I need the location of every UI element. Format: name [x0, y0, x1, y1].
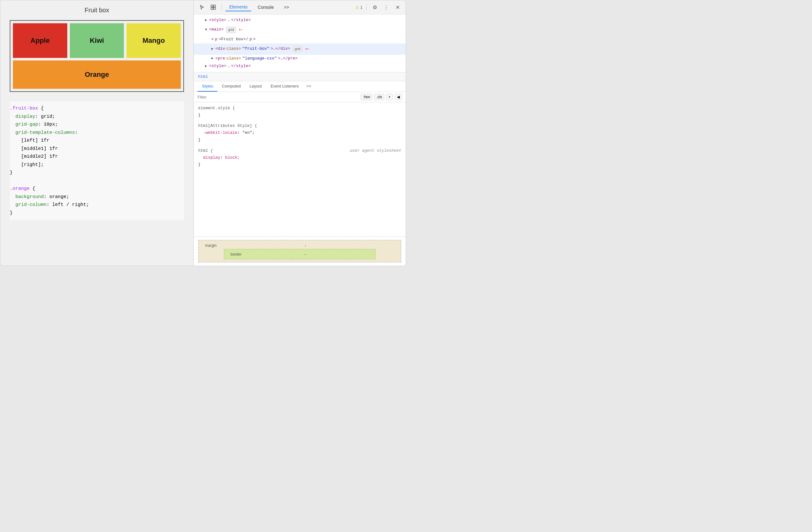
devtools-toolbar: Elements Console >> ⚠ 1 ⚙ ⋮ ✕: [194, 0, 406, 14]
css-selector-line3: html { user agent stylesheet: [198, 147, 401, 154]
code-line: grid-template-columns:: [10, 129, 184, 137]
tab-more-styles[interactable]: >>: [303, 81, 314, 92]
toolbar-divider: [221, 4, 222, 11]
dom-row-fruit-box[interactable]: ▶ <div class= "fruit-box" >…</div> grid …: [194, 43, 406, 55]
code-line: [middle1] 1fr: [10, 145, 184, 153]
html-breadcrumb[interactable]: html: [194, 72, 406, 81]
inspect-icon-btn[interactable]: [209, 3, 218, 12]
tab-styles[interactable]: Styles: [198, 81, 217, 92]
css-selector-line: element.style {: [198, 105, 401, 112]
css-code-area: .fruit-box { display: grid; grid-gap: 10…: [10, 101, 184, 220]
left-panel: Fruit box Apple Kiwi Mango Orange .fruit…: [0, 0, 194, 266]
css-close-brace: }: [198, 112, 401, 119]
dom-arrow-pre[interactable]: ▶: [211, 56, 214, 61]
styles-tabs: Styles Computed Layout Event Listeners >…: [194, 81, 406, 92]
css-rules: element.style { } html[Attributes Style]…: [194, 102, 406, 236]
code-line: background: orange;: [10, 193, 184, 201]
dom-arrow-main[interactable]: ▼: [205, 27, 207, 33]
bm-row-border: border -: [231, 252, 369, 256]
page-title: Fruit box: [10, 6, 184, 14]
css-rule-element-style: element.style { }: [198, 105, 401, 119]
css-selector-line2: html[Attributes Style] {: [198, 123, 401, 129]
toolbar-divider2: [366, 4, 367, 11]
code-line: grid-column: left / right;: [10, 201, 184, 209]
code-line: [middle2] 1fr: [10, 153, 184, 161]
code-line: }: [10, 169, 184, 177]
css-close-brace2: }: [198, 137, 401, 143]
dom-row-style2[interactable]: ▶ <style> … </style>: [194, 62, 406, 70]
dom-row-style1[interactable]: ▶ <style> … </style>: [194, 16, 406, 24]
red-arrow-main: ←: [239, 25, 243, 35]
dom-arrow-div[interactable]: ▶: [211, 46, 214, 52]
dom-arrow-style2[interactable]: ▶: [205, 64, 207, 69]
right-panel: Elements Console >> ⚠ 1 ⚙ ⋮ ✕ ▶ <style> …: [194, 0, 406, 266]
fruit-orange: Orange: [13, 60, 181, 89]
code-line: grid-gap: 10px;: [10, 121, 184, 129]
settings-icon-btn[interactable]: ⚙: [371, 3, 379, 12]
css-close-brace3: }: [198, 161, 401, 168]
close-devtools-btn[interactable]: ✕: [393, 3, 402, 12]
css-rule-html-attrs: html[Attributes Style] { -webkit-locale:…: [198, 123, 401, 143]
grid-badge-main[interactable]: grid: [226, 27, 235, 33]
css-prop-display: display: block;: [198, 154, 401, 161]
grid-badge-div[interactable]: grid: [293, 46, 302, 52]
bm-inner-border: border -: [224, 249, 376, 260]
tab-computed[interactable]: Computed: [217, 81, 245, 92]
code-line: [10, 177, 184, 185]
dom-tree: ▶ <style> … </style> ▼ <main> grid ← <p>…: [194, 14, 406, 72]
code-line: [left] 1fr: [10, 137, 184, 145]
bm-row-margin: margin -: [205, 243, 394, 248]
filter-input[interactable]: [198, 95, 358, 99]
tab-event-listeners[interactable]: Event Listeners: [266, 81, 303, 92]
css-prop-webkit-locale: -webkit-locale: "en";: [198, 129, 401, 136]
filter-actions: :hov .cls + ◀: [361, 94, 402, 100]
styles-section: Styles Computed Layout Event Listeners >…: [194, 81, 406, 266]
box-model-visual: margin - border -: [198, 240, 401, 263]
fruit-box-visual: Apple Kiwi Mango Orange: [10, 20, 184, 92]
warning-badge: ⚠ 1: [356, 5, 363, 10]
tab-layout[interactable]: Layout: [245, 81, 266, 92]
dom-row-pre[interactable]: ▶ <pre class= "language-css" >…</pre>: [194, 55, 406, 62]
red-arrow-div: ←: [305, 44, 309, 54]
styles-filter-bar: :hov .cls + ◀: [194, 92, 406, 102]
cls-btn[interactable]: .cls: [374, 94, 384, 100]
tab-console[interactable]: Console: [254, 3, 277, 11]
collapse-btn[interactable]: ◀: [395, 94, 402, 100]
tab-elements[interactable]: Elements: [226, 3, 251, 11]
css-rule-html-ua: html { user agent stylesheet display: bl…: [198, 147, 401, 168]
svg-rect-2: [211, 8, 213, 10]
fruit-apple: Apple: [13, 23, 67, 58]
fruit-mango: Mango: [127, 23, 181, 58]
hov-btn[interactable]: :hov: [361, 94, 372, 100]
code-line: .orange {: [10, 185, 184, 193]
tab-more[interactable]: >>: [280, 3, 293, 11]
svg-rect-0: [211, 5, 213, 7]
code-line: }: [10, 209, 184, 217]
dom-row-main[interactable]: ▼ <main> grid ←: [194, 24, 406, 36]
dom-arrow[interactable]: ▶: [205, 18, 207, 23]
fruit-kiwi: Kiwi: [70, 23, 124, 58]
dom-row-p[interactable]: <p>Fruit box</p>: [194, 36, 406, 43]
svg-rect-3: [214, 8, 215, 10]
code-line: [right];: [10, 161, 184, 169]
svg-rect-1: [214, 5, 215, 7]
more-options-btn[interactable]: ⋮: [382, 3, 391, 12]
code-line: .fruit-box {: [10, 104, 184, 113]
box-model-section: margin - border -: [194, 236, 406, 266]
add-style-btn[interactable]: +: [386, 94, 393, 100]
cursor-icon-btn[interactable]: [198, 3, 206, 12]
code-line: display: grid;: [10, 113, 184, 121]
